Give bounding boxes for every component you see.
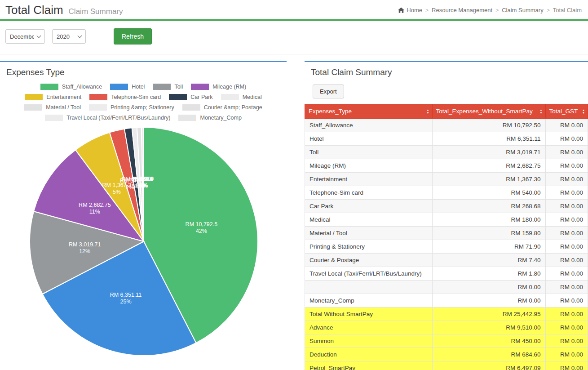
month-select[interactable]: December — [5, 29, 45, 44]
legend-item-monetary-comp[interactable]: Monetary_Comp — [178, 115, 241, 121]
legend-label: Monetary_Comp — [200, 115, 241, 121]
refresh-button[interactable]: Refresh — [114, 28, 152, 45]
chart-panel-title: Expenses Type — [0, 66, 287, 83]
legend-item-material-tool[interactable]: Material / Tool — [24, 104, 81, 111]
legend-label: Medical — [243, 94, 262, 100]
cell-expenses-type: Courier & Postage — [305, 254, 433, 267]
cell-total-expenses: RM 0.00 — [432, 294, 545, 308]
breadcrumb-item-home[interactable]: Home — [398, 7, 422, 13]
cell-expenses-type: Monetary_Comp — [305, 294, 433, 308]
table-row-advance: AdvanceRM 9,510.00RM 0.00 — [305, 321, 588, 334]
cell-total-gst: RM 0.00 — [545, 132, 588, 146]
legend-item-medical[interactable]: Medical — [221, 94, 262, 100]
chevron-down-icon — [37, 33, 41, 38]
legend-label: Printing &amp; Stationery — [111, 104, 174, 111]
cell-total-gst: RM 0.00 — [545, 254, 588, 267]
cell-total-expenses: RM 159.80 — [432, 227, 545, 240]
cell-expenses-type: Deduction — [305, 348, 433, 361]
column-header-total-gst[interactable]: Total_GST▲▼ — [545, 104, 588, 119]
legend-item-toll[interactable]: Toll — [153, 84, 183, 90]
table-row-petrol-smartpay: Petrol_SmartPayRM 6,497.09RM 0.00 — [305, 361, 588, 370]
legend-swatch — [169, 94, 187, 100]
breadcrumb-item-claim-summary[interactable]: Claim Summary — [502, 7, 543, 13]
breadcrumb-separator: > — [425, 7, 429, 13]
page-header: Total Claim Claim Summary Home>Resource … — [0, 0, 588, 21]
table-row-courier-postage: Courier & PostageRM 7.40RM 0.00 — [305, 254, 588, 267]
breadcrumb-separator: > — [547, 7, 550, 13]
table-row-entertainment: EntertainmentRM 1,367.30RM 0.00 — [305, 173, 588, 186]
cell-total-expenses: RM 540.00 — [432, 186, 545, 200]
cell-total-gst: RM 0.00 — [545, 213, 588, 227]
sort-icon[interactable]: ▲▼ — [427, 109, 429, 114]
legend-item-travel-local-taxi-ferri-lrt-bus-laundry[interactable]: Travel Local (Taxi/Ferri/LRT/Bus/Laundry… — [45, 115, 170, 121]
pie-chart: RM 10,792.542%RM 6,351.1125%RM 3,019.711… — [0, 125, 287, 358]
table-row-staff-allowance: Staff_AllowanceRM 10,792.50RM 0.00 — [305, 119, 588, 132]
cell-expenses-type: Printing & Stationery — [305, 240, 433, 254]
year-select-value: 2020 — [57, 33, 70, 40]
breadcrumb-item-resource-management[interactable]: Resource Management — [432, 7, 492, 13]
cell-total-expenses: RM 684.60 — [432, 348, 545, 361]
breadcrumb-item-total-claim: Total Claim — [553, 7, 582, 13]
table-row-medical: MedicalRM 180.00RM 0.00 — [305, 213, 588, 227]
breadcrumb-label: Resource Management — [432, 7, 492, 13]
legend-item-car-park[interactable]: Car Park — [169, 94, 212, 100]
page-title: Total Claim — [5, 3, 63, 17]
column-header-label: Total_GST — [549, 108, 578, 115]
table-row-blank: RM 0.00RM 0.00 — [305, 281, 588, 294]
legend-swatch — [110, 84, 128, 90]
title-wrap: Total Claim Claim Summary — [5, 3, 123, 17]
cell-total-expenses: RM 6,351.11 — [432, 132, 545, 146]
cell-total-gst: RM 0.00 — [545, 281, 588, 294]
cell-total-expenses: RM 25,442.95 — [432, 308, 545, 321]
cell-expenses-type: Summon — [305, 334, 433, 348]
legend-label: Entertainment — [46, 94, 81, 100]
cell-expenses-type: Petrol_SmartPay — [305, 361, 433, 370]
legend-label: Telephone-Sim card — [111, 94, 161, 100]
month-select-value: December — [10, 33, 34, 40]
legend-swatch — [25, 94, 43, 100]
cell-expenses-type: Material / Tool — [305, 227, 433, 240]
breadcrumb-label: Total Claim — [553, 7, 582, 13]
cell-total-gst: RM 0.00 — [545, 227, 588, 240]
cell-total-expenses: RM 2,682.75 — [432, 159, 545, 173]
column-header-expenses-type[interactable]: Expenses_Type▲▼ — [305, 104, 433, 119]
table-row-deduction: DeductionRM 684.60RM 0.00 — [305, 348, 588, 361]
cell-expenses-type: Telephone-Sim card — [305, 186, 433, 200]
legend-item-courier-amp-postage[interactable]: Courier &amp; Postage — [182, 104, 262, 111]
legend-item-printing-amp-stationery[interactable]: Printing &amp; Stationery — [89, 104, 174, 111]
cell-expenses-type: Advance — [305, 321, 433, 334]
cell-total-gst: RM 0.00 — [545, 321, 588, 334]
cell-total-gst: RM 0.00 — [545, 361, 588, 370]
legend-item-hotel[interactable]: Hotel — [110, 84, 145, 90]
cell-total-gst: RM 0.00 — [545, 240, 588, 254]
legend-item-entertainment[interactable]: Entertainment — [25, 94, 81, 100]
cell-total-expenses: RM 3,019.71 — [432, 146, 545, 159]
cell-total-gst: RM 0.00 — [545, 146, 588, 159]
sort-icon[interactable]: ▲▼ — [582, 109, 585, 114]
breadcrumb-label: Home — [407, 7, 422, 13]
breadcrumb-label: Claim Summary — [502, 7, 543, 13]
table-row-travel-local-taxi-ferri-lrt-bus-laundry: Travel Local (Taxi/Ferri/LRT/Bus/Laundry… — [305, 267, 588, 281]
pie-chart-wrap: RM 10,792.542%RM 6,351.1125%RM 3,019.711… — [0, 125, 287, 360]
cell-total-expenses: RM 6,497.09 — [432, 361, 545, 370]
table-row-car-park: Car ParkRM 268.68RM 0.00 — [305, 200, 588, 213]
table-row-printing-stationery: Printing & StationeryRM 71.90RM 0.00 — [305, 240, 588, 254]
legend-swatch — [45, 115, 63, 121]
cell-total-gst: RM 0.00 — [545, 294, 588, 308]
export-button[interactable]: Export — [313, 85, 344, 98]
home-icon — [398, 7, 404, 13]
column-header-label: Total_Expenses_Without_SmartPay — [436, 108, 533, 115]
legend-item-mileage-rm[interactable]: Mileage (RM) — [191, 84, 246, 90]
cell-expenses-type: Toll — [305, 146, 433, 159]
cell-total-gst: RM 0.00 — [545, 159, 588, 173]
legend-item-telephone-sim-card[interactable]: Telephone-Sim card — [89, 94, 161, 100]
cell-total-expenses: RM 7.40 — [432, 254, 545, 267]
cell-expenses-type: Car Park — [305, 200, 433, 213]
sort-icon[interactable]: ▲▼ — [540, 109, 543, 114]
year-select[interactable]: 2020 — [52, 29, 86, 44]
panels-container: Expenses Type Staff_AllowanceHotelTollMi… — [0, 61, 588, 370]
legend-item-staff-allowance[interactable]: Staff_Allowance — [40, 84, 102, 90]
cell-total-expenses: RM 0.00 — [432, 281, 545, 294]
cell-total-expenses: RM 71.90 — [432, 240, 545, 254]
column-header-total-expenses-without-smartpay[interactable]: Total_Expenses_Without_SmartPay▲▼ — [432, 104, 545, 119]
